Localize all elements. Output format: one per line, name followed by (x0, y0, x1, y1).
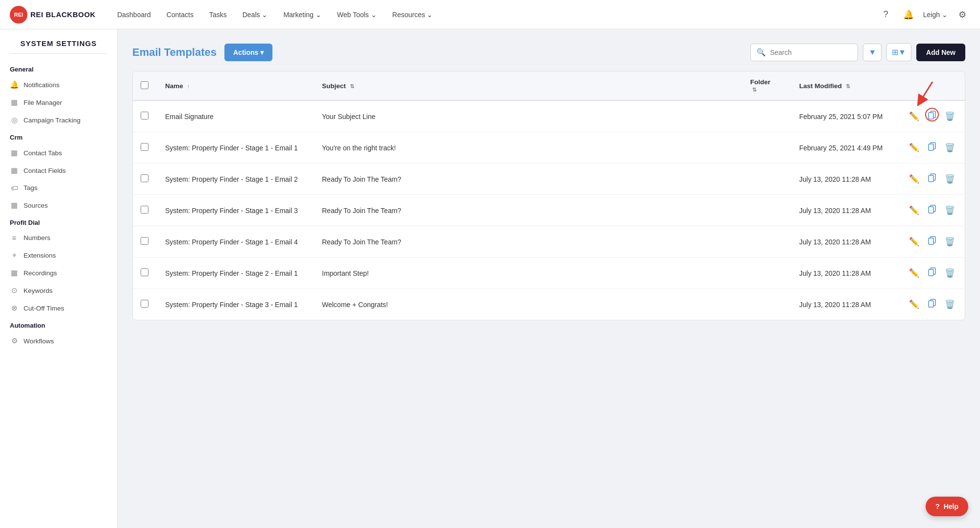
user-menu[interactable]: Leigh ⌄ (923, 11, 948, 19)
copy-button[interactable] (926, 234, 938, 249)
nav-resources[interactable]: Resources ⌄ (386, 7, 440, 23)
sidebar-item-sources[interactable]: ▦ Sources (0, 196, 117, 214)
sidebar-item-label: File Manager (24, 99, 62, 106)
sidebar-item-campaign-tracking[interactable]: ◎ Campaign Tracking (0, 111, 117, 129)
row-checkbox[interactable] (141, 268, 148, 276)
row-checkbox[interactable] (141, 300, 148, 308)
edit-button[interactable]: ✏️ (907, 109, 921, 123)
svg-rect-4 (929, 144, 933, 150)
sidebar-item-label: Tags (24, 184, 38, 192)
logo-circle: REI (10, 6, 27, 24)
tags-icon: 🏷 (10, 184, 19, 192)
sidebar-item-cutoff-times[interactable]: ⊗ Cut-Off Times (0, 299, 117, 317)
edit-button[interactable]: ✏️ (907, 203, 921, 217)
sidebar-item-label: Contact Fields (24, 167, 66, 174)
name-column-header[interactable]: Name ↑ (157, 72, 314, 100)
page-header: Email Templates Actions ▾ 🔍 ▼ ⊞▼ Add New (132, 43, 965, 61)
cutoff-icon: ⊗ (10, 304, 19, 312)
delete-button[interactable]: 🗑️ (943, 172, 957, 186)
copy-button[interactable] (926, 171, 938, 187)
sidebar-item-notifications[interactable]: 🔔 Notifications (0, 76, 117, 94)
settings-icon[interactable]: ⚙ (955, 7, 970, 23)
delete-button[interactable]: 🗑️ (943, 235, 957, 249)
row-last-modified: July 13, 2020 11:28 AM (791, 195, 899, 226)
search-input[interactable] (770, 48, 852, 56)
row-actions: ✏️ 🗑️ (899, 132, 965, 164)
row-checkbox[interactable] (141, 143, 148, 151)
campaign-icon: ◎ (10, 116, 19, 124)
nav-webtools[interactable]: Web Tools ⌄ (330, 7, 384, 23)
recordings-icon: ▦ (10, 268, 19, 277)
delete-button[interactable]: 🗑️ (943, 141, 957, 155)
modified-column-header[interactable]: Last Modified ⇅ (791, 72, 899, 100)
sidebar: SYSTEM SETTINGS General 🔔 Notifications … (0, 29, 118, 528)
sidebar-item-extensions[interactable]: ⌖ Extensions (0, 246, 117, 264)
delete-button[interactable]: 🗑️ (943, 109, 957, 123)
nav-deals[interactable]: Deals ⌄ (236, 7, 275, 23)
row-folder (742, 164, 791, 195)
copy-button[interactable] (926, 203, 938, 218)
delete-button[interactable]: 🗑️ (943, 266, 957, 280)
add-new-button[interactable]: Add New (916, 44, 965, 61)
nav-contacts[interactable]: Contacts (160, 7, 200, 23)
workflows-icon: ⚙ (10, 336, 19, 345)
copy-button[interactable] (926, 265, 938, 281)
delete-button[interactable]: 🗑️ (943, 297, 957, 312)
file-manager-icon: ▦ (10, 98, 19, 107)
sidebar-divider (10, 53, 107, 54)
row-checkbox[interactable] (141, 206, 148, 214)
column-filter-button[interactable]: ⊞▼ (886, 43, 911, 61)
sidebar-item-recordings[interactable]: ▦ Recordings (0, 264, 117, 282)
copy-button[interactable] (926, 297, 938, 312)
edit-button[interactable]: ✏️ (907, 235, 921, 249)
notifications-icon[interactable]: 🔔 (901, 7, 916, 23)
sidebar-item-numbers[interactable]: ≡ Numbers (0, 229, 117, 246)
sidebar-item-keywords[interactable]: ⊙ Keywords (0, 282, 117, 299)
nav-tasks[interactable]: Tasks (202, 7, 234, 23)
sidebar-item-label: Workflows (24, 337, 54, 345)
edit-button[interactable]: ✏️ (907, 297, 921, 312)
row-name: System: Property Finder - Stage 1 - Emai… (157, 195, 314, 226)
sidebar-item-tags[interactable]: 🏷 Tags (0, 179, 117, 196)
row-checkbox[interactable] (141, 112, 148, 120)
edit-button[interactable]: ✏️ (907, 141, 921, 155)
logo-text: REI BLACKBOOK (30, 10, 96, 19)
sidebar-item-label: Recordings (24, 269, 57, 277)
folder-column-header[interactable]: Folder⇅ (742, 72, 791, 100)
select-all-header (133, 72, 157, 100)
logo[interactable]: REI REI BLACKBOOK (10, 6, 96, 24)
row-last-modified: February 25, 2021 4:49 PM (791, 132, 899, 164)
nav-dashboard[interactable]: Dashboard (110, 7, 158, 23)
edit-button[interactable]: ✏️ (907, 172, 921, 186)
copy-button[interactable] (926, 109, 938, 124)
table-row: System: Property Finder - Stage 1 - Emai… (133, 164, 965, 195)
table-body: Email SignatureYour Subject LineFebruary… (133, 100, 965, 320)
copy-button[interactable] (926, 140, 938, 155)
subject-column-header[interactable]: Subject ⇅ (314, 72, 742, 100)
delete-button[interactable]: 🗑️ (943, 203, 957, 217)
nav-marketing[interactable]: Marketing ⌄ (276, 7, 328, 23)
sidebar-item-contact-fields[interactable]: ▦ Contact Fields (0, 162, 117, 179)
sidebar-item-contact-tabs[interactable]: ▦ Contact Tabs (0, 144, 117, 162)
sidebar-item-workflows[interactable]: ⚙ Workflows (0, 332, 117, 350)
edit-button[interactable]: ✏️ (907, 266, 921, 280)
select-all-checkbox[interactable] (141, 81, 148, 89)
sidebar-item-label: Extensions (24, 252, 56, 259)
actions-column-header (899, 72, 965, 100)
row-folder (742, 258, 791, 289)
help-button[interactable]: ? Help (926, 497, 968, 516)
filter-button[interactable]: ▼ (863, 44, 882, 61)
row-folder (742, 195, 791, 226)
actions-button[interactable]: Actions ▾ (224, 44, 272, 61)
table-row: System: Property Finder - Stage 1 - Emai… (133, 226, 965, 258)
sidebar-item-label: Notifications (24, 81, 60, 89)
row-last-modified: July 13, 2020 11:28 AM (791, 226, 899, 258)
row-actions: ✏️ 🗑️ (899, 195, 965, 226)
contact-fields-icon: ▦ (10, 166, 19, 175)
sidebar-item-file-manager[interactable]: ▦ File Manager (0, 94, 117, 111)
row-checkbox[interactable] (141, 237, 148, 245)
row-checkbox[interactable] (141, 174, 148, 182)
sidebar-section-profit-dial: Profit Dial (0, 214, 117, 229)
help-icon[interactable]: ? (878, 7, 894, 23)
sidebar-item-label: Numbers (24, 234, 50, 241)
